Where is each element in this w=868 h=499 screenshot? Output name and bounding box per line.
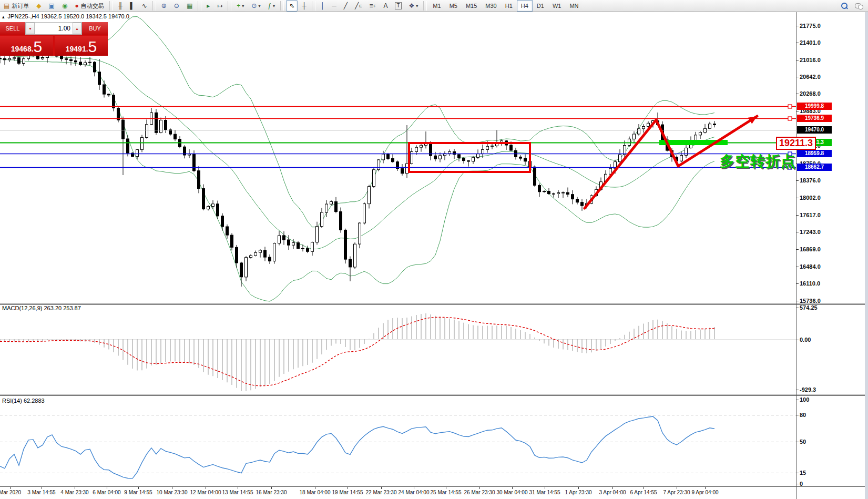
time-scale-label: 3 Mar 14:55 xyxy=(27,490,55,495)
indicator-scale-label: -929.3 xyxy=(800,386,816,393)
window-edge xyxy=(865,12,868,499)
time-scale-label: 9 Mar 14:55 xyxy=(124,490,152,495)
ask-price[interactable]: 19491 . 5 xyxy=(55,36,108,56)
time-scale-label: 18 Mar 04:00 xyxy=(300,490,331,495)
indicator-scale-label: 50 xyxy=(800,439,806,445)
price-scale-label: 21016.0 xyxy=(800,57,821,63)
price-scale-label: 16110.0 xyxy=(800,280,820,287)
ask-frac: 5 xyxy=(88,39,97,55)
time-scale-label: 12 Mar 04:00 xyxy=(190,490,221,495)
sell-button[interactable]: SELL xyxy=(0,22,25,35)
indicator-scale-label: 100 xyxy=(800,396,809,403)
price-tag: 18662.7 xyxy=(797,164,832,171)
level-handle xyxy=(788,117,792,120)
price-scale-label: 16484.0 xyxy=(800,263,821,270)
price-tag: 19470.0 xyxy=(797,126,832,134)
ohlc-values: 19362.5 19520.0 19342.5 19470.0 xyxy=(41,13,129,19)
time-scale-label: 1 Apr 23:30 xyxy=(565,490,591,495)
mt4-window: ▤新订单◆▣◉●自动交易╫▌∿⊕⊖▦▸↦+▾⊙▾ƒ▾⇖┼│─╱╱E≡FAT❖▾M… xyxy=(0,0,868,499)
time-scale-label: 31 Mar 14:55 xyxy=(529,490,560,495)
time-scale-label: Mar 2020 xyxy=(0,490,21,495)
indicator-scale-label: 15 xyxy=(800,470,806,476)
time-scale-label: 24 Mar 04:00 xyxy=(399,490,430,495)
time-scale-label: 16 Mar 23:30 xyxy=(256,490,287,495)
price-scale-label: 18002.0 xyxy=(800,195,821,201)
time-scale-label: 19 Mar 14:55 xyxy=(332,490,363,495)
price-scale-label: 16869.0 xyxy=(800,246,821,252)
bid-int: 19468 xyxy=(11,43,32,55)
price-scale-label: 21775.0 xyxy=(800,23,821,29)
indicator-scale-label: 80 xyxy=(800,412,806,418)
price-scale-label: 17617.0 xyxy=(800,212,821,218)
price-tag: 19736.9 xyxy=(797,115,832,122)
time-scale-label: 10 Mar 23:30 xyxy=(157,490,188,495)
ask-int: 19491 xyxy=(66,43,86,55)
volume-decrease-button[interactable]: ▼ xyxy=(26,23,35,34)
time-scale-label: 26 Mar 23:30 xyxy=(464,490,495,495)
volume-increase-button[interactable]: ▲ xyxy=(73,23,81,34)
indicator-scale-label: 574.25 xyxy=(800,304,818,311)
price-scale-label: 15736.0 xyxy=(800,298,821,304)
price-scale-label: 20268.0 xyxy=(800,90,821,97)
buy-button[interactable]: BUY xyxy=(82,22,108,35)
time-scale-label: 6 Mar 04:00 xyxy=(93,490,120,495)
one-click-trade-panel: SELL ▼ ▲ BUY 19468 . 5 19491 . 5 xyxy=(0,22,108,56)
level-handle xyxy=(788,105,792,108)
price-scale-label: 17243.0 xyxy=(800,229,821,235)
time-scale-label: 3 Apr 04:00 xyxy=(599,490,626,495)
bid-frac: 5 xyxy=(34,39,43,55)
time-scale-label: 7 Apr 23:30 xyxy=(663,490,690,495)
collapse-panel-toggle[interactable]: ▴ xyxy=(2,14,5,19)
macd-label: MACD(12,26,9) 263.20 253.87 xyxy=(2,305,81,311)
time-scale-label: 6 Apr 14:55 xyxy=(630,490,657,495)
time-scale-label: 13 Mar 14:55 xyxy=(222,490,253,495)
symbol-name: JPN225-,H4 xyxy=(8,13,39,19)
volume-input[interactable] xyxy=(35,23,73,34)
price-tag: 19999.8 xyxy=(797,103,832,110)
time-scale-label: 9 Apr 04:00 xyxy=(691,490,718,495)
price-level-annotation-box[interactable]: 19211.3 xyxy=(776,137,816,150)
time-scale-label: 25 Mar 14:55 xyxy=(431,490,462,495)
price-scale-label: 20642.0 xyxy=(800,74,821,80)
indicator-scale-label: 0.00 xyxy=(800,337,811,343)
chart-canvas[interactable] xyxy=(0,0,868,499)
time-scale-label: 22 Mar 23:30 xyxy=(366,490,397,495)
indicator-scale-label: 0 xyxy=(800,481,803,487)
price-scale-label: 18376.0 xyxy=(800,177,821,184)
rsi-label: RSI(14) 62.2883 xyxy=(2,398,45,404)
price-tag: 18959.8 xyxy=(797,150,832,157)
time-scale-label: 30 Mar 04:00 xyxy=(497,490,528,495)
time-scale-label: 4 Mar 23:30 xyxy=(60,490,88,495)
symbol-ohlc-line: ▴ JPN225-,H4 19362.5 19520.0 19342.5 194… xyxy=(2,13,129,19)
turning-point-text[interactable]: 多空转折点 xyxy=(710,154,796,170)
bid-price[interactable]: 19468 . 5 xyxy=(0,36,53,56)
price-scale-label: 21401.0 xyxy=(800,39,821,46)
